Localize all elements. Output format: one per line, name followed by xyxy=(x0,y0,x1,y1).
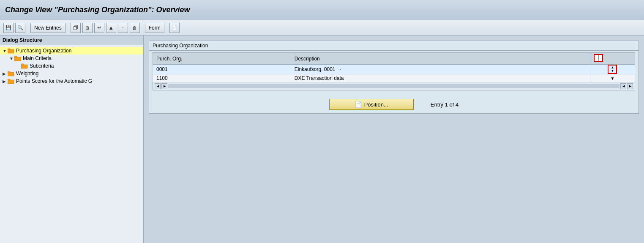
purchasing-org-box: Purchasing Organization Purch. Org. Desc… xyxy=(149,41,639,114)
title-bar: Change View "Purchasing Organization": O… xyxy=(0,0,644,20)
cell-scroll-0001: ▲ ▼ xyxy=(590,65,635,74)
toolbar-copy2-btn[interactable]: 🗎 xyxy=(82,23,93,33)
dialog-structure-header: Dialog Structure xyxy=(0,35,143,45)
new-entries-button[interactable]: New Entries xyxy=(30,23,65,33)
dropdown-arrow-icon[interactable]: ▼ xyxy=(610,76,614,81)
tree-label-points-scores: Points Scores for the Automatic G xyxy=(16,78,92,84)
horizontal-scrollbar: ◀ ▶ ◀ ▶ xyxy=(153,82,635,90)
delete-icon: 🗑 xyxy=(132,25,137,30)
toolbar-copy-btn[interactable]: 🗍 xyxy=(71,23,81,33)
scroll-track-right-arrow[interactable]: ▶ xyxy=(627,83,633,89)
copy-row-icon: 🗎 xyxy=(85,25,90,31)
tree-container: ▼ Purchasing Organization ▼ xyxy=(0,45,143,87)
po-table: Purch. Org. Description xyxy=(153,52,635,82)
toolbar-export-btn[interactable]: 📄 xyxy=(169,23,180,33)
purch-org-value-0001: 0001 xyxy=(156,66,168,72)
svg-rect-2 xyxy=(14,57,21,61)
entry-count: Entry 1 of 4 xyxy=(431,101,458,108)
toolbar-refresh-btn[interactable]: ▲ xyxy=(106,23,116,33)
toolbar-find-btn[interactable]: 🔍 xyxy=(15,23,25,33)
cell-description-1100: DXE Transaction data xyxy=(291,74,590,82)
table-row[interactable]: 0001 Einkaufsorg. 0001 · ▲ ▼ xyxy=(153,65,635,74)
scroll-right-btn[interactable]: ▶ xyxy=(161,83,167,89)
tree-arrow-purchasing-org: ▼ xyxy=(3,49,7,53)
svg-rect-7 xyxy=(8,71,10,73)
main-layout: Dialog Structure ▼ Purchasing Organizati… xyxy=(0,35,644,243)
export-icon: 📄 xyxy=(172,25,177,30)
tree-arrow-weighting: ▶ xyxy=(3,71,7,76)
folder-icon-subcriteria xyxy=(21,63,28,69)
tree-label-purchasing-org: Purchasing Organization xyxy=(16,48,71,54)
find-icon: 🔍 xyxy=(17,25,23,30)
toolbar-select-btn[interactable]: ▫ xyxy=(118,23,128,33)
folder-icon-points-scores xyxy=(8,78,14,84)
left-panel: Dialog Structure ▼ Purchasing Organizati… xyxy=(0,35,144,243)
page-title: Change View "Purchasing Organization": O… xyxy=(5,5,190,14)
tree-label-weighting: Weighting xyxy=(16,71,38,76)
cell-description-0001: Einkaufsorg. 0001 · xyxy=(291,65,590,74)
tree-arrow-main-criteria: ▼ xyxy=(9,56,14,61)
svg-rect-0 xyxy=(8,49,14,53)
svg-rect-3 xyxy=(14,56,17,57)
tree-item-weighting[interactable]: ▶ Weighting xyxy=(0,70,143,77)
tree-label-subcriteria: Subcriteria xyxy=(30,63,54,69)
toolbar-save-btn[interactable]: 💾 xyxy=(3,23,14,33)
svg-rect-9 xyxy=(8,79,10,80)
scroll-down-arrow[interactable]: ▼ xyxy=(611,69,614,73)
th-purch-org-label: Purch. Org. xyxy=(156,56,182,62)
description-value-1100: DXE Transaction data xyxy=(295,75,344,81)
tree-label-main-criteria: Main Criteria xyxy=(23,55,52,61)
th-purch-org: Purch. Org. xyxy=(153,53,291,65)
cell-purch-org-0001: 0001 xyxy=(153,65,291,74)
scroll-left-btn[interactable]: ◀ xyxy=(155,83,161,89)
svg-rect-8 xyxy=(8,80,14,84)
position-button[interactable]: 📄 Position... xyxy=(329,99,414,110)
tree-arrow-points-scores: ▶ xyxy=(3,79,7,84)
th-description-label: Description xyxy=(295,56,320,62)
toolbar: 💾 🔍 New Entries 🗍 🗎 ↩ ▲ ▫ 🗑 Form 📄 xyxy=(0,20,644,35)
th-description: Description xyxy=(291,53,590,65)
folder-icon-weighting xyxy=(8,71,14,76)
svg-rect-6 xyxy=(8,72,14,76)
table-row[interactable]: 1100 DXE Transaction data ▼ xyxy=(153,74,635,82)
select-icon: ▫ xyxy=(122,25,124,30)
purch-org-value-1100: 1100 xyxy=(156,75,168,81)
position-area: 📄 Position... Entry 1 of 4 xyxy=(149,92,639,113)
column-chooser-icon[interactable] xyxy=(594,54,603,62)
tree-item-main-criteria[interactable]: ▼ Main Criteria xyxy=(0,55,143,62)
position-icon: 📄 xyxy=(355,101,362,108)
copy-icon: 🗍 xyxy=(73,25,78,31)
toolbar-undo-btn[interactable]: ↩ xyxy=(94,23,104,33)
cell-scroll-1100[interactable]: ▼ xyxy=(590,74,635,82)
description-value-0001: Einkaufsorg. 0001 xyxy=(295,66,336,72)
right-panel: Purchasing Organization Purch. Org. Desc… xyxy=(144,35,644,243)
undo-icon: ↩ xyxy=(97,25,101,30)
dot-indicator: · xyxy=(340,66,341,72)
th-icon[interactable] xyxy=(590,53,635,65)
toolbar-delete-btn[interactable]: 🗑 xyxy=(130,23,140,33)
form-button[interactable]: Form xyxy=(145,23,164,33)
scroll-track-left xyxy=(168,84,619,88)
tree-item-purchasing-org[interactable]: ▼ Purchasing Organization xyxy=(0,47,143,55)
tree-item-points-scores[interactable]: ▶ Points Scores for the Automatic G xyxy=(0,77,143,85)
svg-rect-1 xyxy=(8,49,10,50)
save-icon: 💾 xyxy=(5,25,11,30)
scroll-track-left-arrow[interactable]: ◀ xyxy=(620,83,626,89)
position-button-label: Position... xyxy=(364,101,388,108)
svg-rect-5 xyxy=(21,64,24,65)
tree-item-subcriteria[interactable]: ▶ Subcriteria xyxy=(0,62,143,70)
refresh-icon: ▲ xyxy=(108,25,114,31)
cell-purch-org-1100: 1100 xyxy=(153,74,291,82)
svg-rect-4 xyxy=(21,65,27,68)
folder-icon-main-criteria xyxy=(14,55,21,61)
po-box-title: Purchasing Organization xyxy=(149,41,639,51)
folder-icon-purchasing-org xyxy=(8,48,14,54)
po-table-wrapper: Purch. Org. Description xyxy=(149,51,639,92)
